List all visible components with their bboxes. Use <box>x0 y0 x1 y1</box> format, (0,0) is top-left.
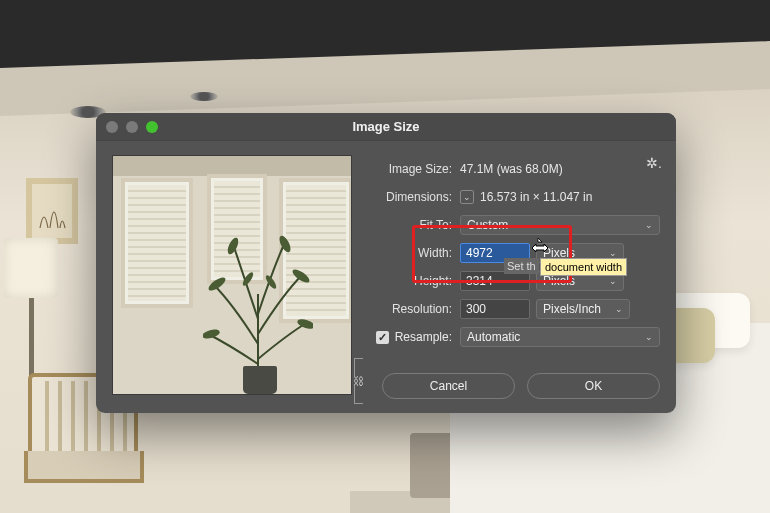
zoom-icon[interactable] <box>146 121 158 133</box>
fit-to-select[interactable]: Custom ⌄ <box>460 215 660 235</box>
height-label: Height: <box>368 274 460 288</box>
cancel-button[interactable]: Cancel <box>382 373 515 399</box>
dimensions-disclosure[interactable]: ⌄ <box>460 190 474 204</box>
tooltip: document width <box>540 258 627 276</box>
resample-checkbox[interactable]: ✓ <box>376 331 389 344</box>
minimize-icon[interactable] <box>126 121 138 133</box>
titlebar[interactable]: Image Size <box>96 113 676 141</box>
chevron-down-icon: ⌄ <box>609 276 617 286</box>
fit-to-value: Custom <box>467 218 508 232</box>
preview-thumbnail[interactable] <box>112 155 352 395</box>
resolution-unit-value: Pixels/Inch <box>543 302 601 316</box>
image-size-value: 47.1M (was 68.0M) <box>460 162 563 176</box>
gear-icon[interactable]: ✲. <box>646 155 662 171</box>
chevron-down-icon: ⌄ <box>615 304 623 314</box>
svg-point-4 <box>226 236 241 256</box>
height-input[interactable]: 3314 <box>460 271 530 291</box>
dimensions-value: 16.573 in × 11.047 in <box>480 190 592 204</box>
resolution-label: Resolution: <box>368 302 460 316</box>
dialog-title: Image Size <box>96 113 676 141</box>
chevron-down-icon: ⌄ <box>609 248 617 258</box>
resolution-unit-select[interactable]: Pixels/Inch ⌄ <box>536 299 630 319</box>
resolution-input[interactable]: 300 <box>460 299 530 319</box>
resample-value: Automatic <box>467 330 520 344</box>
constrain-proportions-icon[interactable]: ⛓ <box>350 358 366 408</box>
svg-point-0 <box>207 275 228 293</box>
resample-select[interactable]: Automatic ⌄ <box>460 327 660 347</box>
width-label: Width: <box>368 246 460 260</box>
resample-label: Resample: <box>395 330 452 344</box>
fit-to-label: Fit To: <box>368 218 460 232</box>
chevron-down-icon: ⌄ <box>645 220 653 230</box>
height-unit-value: Pixels <box>543 274 575 288</box>
image-size-label: Image Size: <box>368 162 460 176</box>
close-icon[interactable] <box>106 121 118 133</box>
dimensions-label: Dimensions: <box>368 190 460 204</box>
chevron-down-icon: ⌄ <box>645 332 653 342</box>
tooltip-prefix: Set th <box>504 258 539 274</box>
svg-point-1 <box>291 267 312 285</box>
ok-button[interactable]: OK <box>527 373 660 399</box>
svg-point-5 <box>277 234 293 254</box>
